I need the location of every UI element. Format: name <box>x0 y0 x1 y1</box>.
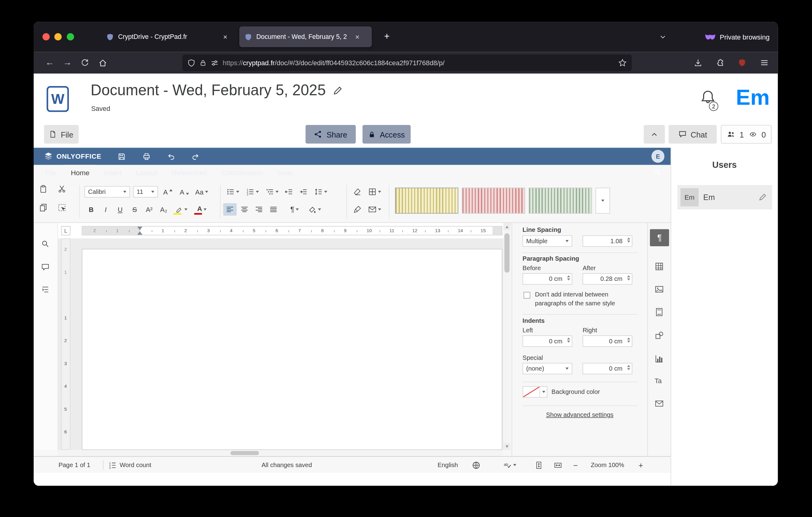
highlight-color-button[interactable] <box>171 203 191 216</box>
notifications-bell[interactable]: 2 <box>700 89 721 112</box>
multilevel-list-button[interactable] <box>262 186 281 198</box>
spinner-arrows[interactable] <box>567 275 570 280</box>
first-line-indent-marker[interactable] <box>137 227 143 230</box>
collapse-toolbar-button[interactable] <box>644 125 665 144</box>
user-list-button[interactable]: 1 0 <box>721 125 772 144</box>
ublock-icon[interactable] <box>733 55 751 71</box>
style-gallery-expand-button[interactable] <box>596 188 610 214</box>
subscript-button[interactable]: A₂ <box>157 203 170 216</box>
scroll-down-arrow[interactable]: ▼ <box>503 442 511 450</box>
textart-settings-icon[interactable]: Ta <box>655 377 662 385</box>
copy-style-button[interactable] <box>351 203 364 216</box>
align-center-button[interactable] <box>238 203 251 216</box>
window-zoom-button[interactable] <box>67 33 74 40</box>
tab-close-icon[interactable]: × <box>353 32 362 42</box>
editor-search-icon[interactable] <box>654 168 662 176</box>
spacing-before-spinner[interactable]: 0 cm <box>523 273 572 284</box>
tab-cryptdrive[interactable]: CryptDrive - CryptPad.fr × <box>101 26 236 47</box>
horizontal-ruler[interactable]: 21123456789101112131415 <box>82 226 502 235</box>
access-button[interactable]: Access <box>362 125 411 144</box>
copy-button[interactable] <box>39 203 48 212</box>
spinner-arrows[interactable] <box>567 337 570 343</box>
style-preview-normal[interactable] <box>395 188 458 214</box>
app-menu-button[interactable] <box>756 55 774 71</box>
menu-tab-layout[interactable]: Layout <box>129 165 164 181</box>
document-canvas[interactable] <box>58 239 503 450</box>
spacing-after-spinner[interactable]: 0.28 cm <box>583 273 632 284</box>
paragraph-borders-button[interactable] <box>365 186 384 198</box>
permissions-icon[interactable] <box>211 59 219 66</box>
numbering-button[interactable]: 123 <box>243 186 262 198</box>
scroll-up-arrow[interactable]: ▲ <box>503 223 511 230</box>
account-avatar[interactable]: Em <box>736 85 770 110</box>
zoom-level[interactable]: Zoom 100% <box>589 457 626 473</box>
underline-button[interactable]: U <box>114 203 127 216</box>
decrease-font-button[interactable]: A <box>178 186 191 198</box>
tab-close-icon[interactable]: × <box>221 32 230 42</box>
nonprinting-characters-button[interactable]: ¶ <box>286 203 304 216</box>
forward-button[interactable]: → <box>58 55 76 71</box>
spinner-arrows[interactable] <box>627 275 630 280</box>
justify-button[interactable] <box>267 203 280 216</box>
spinner-arrows[interactable] <box>627 237 630 243</box>
menu-tab-view[interactable]: View <box>270 165 300 181</box>
rename-pencil-icon[interactable] <box>333 85 343 95</box>
bold-button[interactable]: B <box>84 203 98 216</box>
back-button[interactable]: ← <box>41 55 59 71</box>
change-case-button[interactable]: Aa <box>194 186 209 198</box>
background-color-dropdown[interactable] <box>540 386 547 398</box>
bookmark-star-icon[interactable] <box>618 58 627 67</box>
paragraph-shading-button[interactable] <box>305 203 324 216</box>
advanced-settings-link[interactable]: Show advanced settings <box>512 411 647 418</box>
page-indicator[interactable]: Page 1 of 1 <box>58 457 90 473</box>
spell-check-button[interactable]: ab <box>503 457 517 473</box>
tab-document[interactable]: Document - Wed, February 5, 2 × <box>239 26 372 47</box>
lock-icon[interactable] <box>200 59 207 66</box>
tracking-protection-icon[interactable] <box>187 59 195 66</box>
align-left-button[interactable] <box>223 203 237 216</box>
document-page[interactable] <box>82 249 502 450</box>
horizontal-scrollbar[interactable] <box>58 450 502 456</box>
style-preview-no-spacing[interactable] <box>462 188 525 214</box>
zoom-in-button[interactable]: + <box>639 457 643 473</box>
align-right-button[interactable] <box>252 203 266 216</box>
spinner-arrows[interactable] <box>627 337 630 343</box>
find-icon[interactable] <box>41 240 50 248</box>
line-spacing-select[interactable]: Multiple <box>523 235 572 247</box>
superscript-button[interactable]: A² <box>142 203 156 216</box>
downloads-button[interactable] <box>689 55 707 71</box>
undo-button[interactable] <box>163 147 179 165</box>
header-footer-settings-icon[interactable] <box>655 307 664 317</box>
font-name-select[interactable]: Calibri <box>84 186 130 197</box>
vertical-scrollbar[interactable]: ▲ ▼ <box>503 223 511 450</box>
window-close-button[interactable] <box>42 33 50 40</box>
background-color-swatch[interactable] <box>523 386 540 398</box>
print-button[interactable] <box>139 147 154 165</box>
tab-stop-selector[interactable]: L <box>61 226 70 235</box>
menu-tab-file[interactable]: File <box>38 165 64 181</box>
shape-settings-icon[interactable] <box>655 331 664 340</box>
style-preview-heading[interactable] <box>529 188 592 214</box>
font-size-select[interactable]: 11 <box>133 186 158 197</box>
fit-page-button[interactable] <box>535 457 543 473</box>
extensions-icon[interactable] <box>712 55 729 71</box>
spinner-arrows[interactable] <box>627 365 630 370</box>
redo-button[interactable] <box>187 147 203 165</box>
increase-indent-button[interactable] <box>297 186 310 198</box>
word-count-button[interactable]: 123 Word count <box>108 457 151 473</box>
image-settings-icon[interactable] <box>655 284 664 294</box>
cut-button[interactable] <box>58 185 66 194</box>
menu-tab-insert[interactable]: Insert <box>97 165 129 181</box>
select-all-button[interactable] <box>58 203 66 212</box>
home-button[interactable] <box>94 55 111 71</box>
menu-tab-references[interactable]: References <box>164 165 214 181</box>
vertical-scroll-thumb[interactable] <box>504 234 510 273</box>
chart-settings-icon[interactable] <box>655 354 664 363</box>
strikeout-button[interactable]: S <box>128 203 141 216</box>
bullets-button[interactable] <box>223 186 242 198</box>
fit-width-button[interactable] <box>553 457 562 473</box>
zoom-out-button[interactable]: − <box>573 457 578 473</box>
special-amount-spinner[interactable]: 0 cm <box>583 363 632 374</box>
set-language-globe-icon[interactable] <box>472 457 481 473</box>
edit-name-pencil-icon[interactable] <box>759 193 767 201</box>
